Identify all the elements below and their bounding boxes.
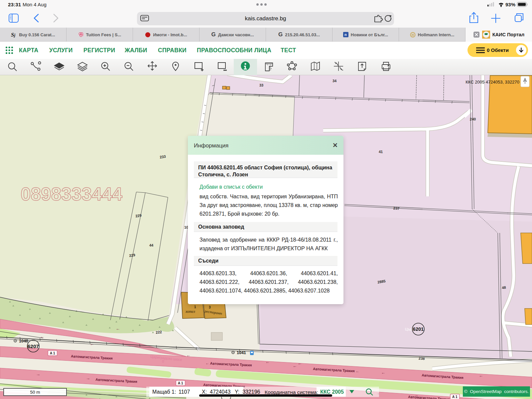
- svg-text:1: 1: [194, 305, 196, 309]
- svg-text:41: 41: [379, 150, 383, 154]
- svg-text:←: ←: [265, 359, 270, 364]
- svg-text:хотел: хотел: [185, 309, 195, 313]
- svg-text:0: 0: [162, 359, 164, 363]
- svg-text:п: п: [344, 33, 347, 37]
- svg-text:←: ←: [298, 361, 302, 366]
- svg-text:←: ←: [40, 334, 44, 339]
- svg-text:←: ←: [186, 353, 191, 358]
- svg-text:0898333444: 0898333444: [21, 184, 122, 204]
- svg-text:А 1: А 1: [178, 381, 183, 385]
- svg-text:240: 240: [470, 117, 476, 121]
- svg-text:←: ←: [116, 326, 120, 331]
- svg-text:→: →: [36, 372, 40, 377]
- svg-text:→: →: [86, 376, 90, 381]
- svg-text:Цър: Цър: [405, 327, 412, 331]
- svg-text:34: 34: [332, 79, 337, 83]
- svg-text:←: ←: [381, 370, 385, 375]
- svg-text:3: 3: [209, 305, 211, 309]
- svg-text:238: 238: [419, 356, 425, 361]
- svg-text:237: 237: [393, 206, 400, 211]
- svg-text:33: 33: [259, 83, 263, 87]
- svg-text:←: ←: [90, 341, 94, 346]
- svg-text:233: 233: [160, 154, 166, 159]
- svg-text:Sj: Sj: [11, 32, 15, 38]
- svg-text:←: ←: [293, 363, 297, 368]
- svg-text:229: 229: [129, 253, 136, 258]
- svg-text:1040: 1040: [19, 339, 28, 343]
- svg-text:48: 48: [502, 285, 506, 290]
- svg-text:44: 44: [149, 243, 154, 247]
- svg-text:H: H: [412, 33, 414, 36]
- svg-text:93%: 93%: [505, 2, 515, 7]
- svg-text:А 1: А 1: [452, 395, 458, 399]
- svg-text:1041: 1041: [237, 350, 246, 355]
- svg-text:ККС 2005 4724053, 332270: ККС 2005 4724053, 332270: [466, 80, 519, 85]
- svg-text:→: →: [483, 397, 487, 399]
- svg-text:←: ←: [479, 373, 483, 378]
- svg-text:А 1: А 1: [50, 351, 55, 355]
- svg-text:6207: 6207: [28, 343, 39, 349]
- svg-text:229: 229: [135, 213, 142, 218]
- svg-text:222: 222: [156, 330, 162, 334]
- svg-text:6201: 6201: [413, 326, 424, 332]
- svg-text:→: →: [414, 393, 418, 398]
